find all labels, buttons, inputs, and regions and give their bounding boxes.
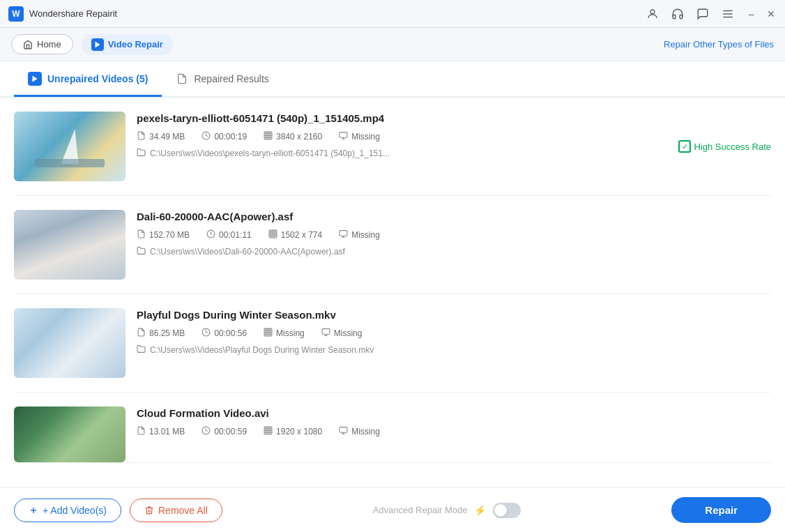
svg-rect-14 — [340, 132, 347, 137]
main-content: Unrepaired Videos (5) Repaired Results p… — [0, 61, 785, 532]
repaired-tab-icon — [176, 73, 188, 85]
add-label: + Add Video(s) — [43, 505, 107, 516]
person-icon[interactable] — [646, 7, 660, 21]
size-value: 34.49 MB — [149, 132, 185, 142]
status-value: Missing — [351, 132, 380, 142]
video-name: Dali-60-20000-AAC(Apower).asf — [137, 210, 771, 224]
file-size: 152.70 MB — [137, 229, 190, 241]
menu-icon[interactable] — [721, 7, 735, 21]
monitor-icon — [339, 131, 348, 142]
resolution-icon — [268, 229, 277, 241]
advanced-repair-section: Advanced Repair Mode ⚡ — [373, 503, 521, 518]
titlebar-right: – ✕ — [646, 7, 777, 21]
repair-other-link[interactable]: Repair Other Types of Files — [664, 39, 774, 50]
tab-bar: Unrepaired Videos (5) Repaired Results — [0, 61, 785, 98]
video-thumbnail — [14, 406, 125, 462]
duration-value: 00:00:56 — [214, 328, 247, 338]
video-thumbnail — [14, 112, 125, 181]
status: Missing — [321, 328, 363, 339]
video-item: Cloud Formation Video.avi 13.01 MB 00:00… — [14, 393, 771, 463]
bottom-bar: + Add Video(s) Remove All Advanced Repai… — [0, 487, 785, 532]
resolution: 3840 x 2160 — [264, 131, 322, 142]
path-value: C:\Users\ws\Videos\Dali-60-20000-AAC(Apo… — [150, 247, 345, 257]
resolution-value: 3840 x 2160 — [276, 132, 322, 142]
bottombar-left: + Add Video(s) Remove All — [14, 499, 222, 522]
path-value: C:\Users\ws\Videos\pexels-taryn-elliott-… — [150, 149, 390, 158]
tab-repaired-label: Repaired Results — [194, 73, 268, 84]
advanced-toggle[interactable] — [493, 503, 521, 518]
status-value: Missing — [351, 427, 380, 436]
duration-value: 00:01:11 — [219, 230, 252, 240]
svg-rect-47 — [340, 427, 347, 432]
path-value: C:\Users\ws\Videos\Playful Dogs During W… — [150, 345, 374, 355]
navbar-left: Home Video Repair — [11, 34, 173, 55]
headphone-icon[interactable] — [671, 7, 685, 21]
svg-marker-4 — [95, 41, 100, 47]
monitor-icon — [321, 328, 330, 339]
file-size: 13.01 MB — [137, 426, 185, 437]
file-icon — [137, 328, 146, 339]
tab-unrepaired[interactable]: Unrepaired Videos (5) — [14, 62, 162, 97]
success-text: High Success Rate — [694, 142, 771, 152]
file-icon — [137, 131, 146, 142]
monitor-icon — [339, 426, 348, 437]
resolution-icon — [264, 131, 273, 142]
video-name: pexels-taryn-elliott-6051471 (540p)_1_15… — [137, 112, 771, 126]
clock-icon — [201, 131, 211, 142]
video-thumbnail — [14, 210, 125, 280]
status-value: Missing — [334, 328, 363, 338]
video-info: Cloud Formation Video.avi 13.01 MB 00:00… — [137, 406, 771, 437]
folder-icon — [137, 148, 146, 159]
tab-unrepaired-label: Unrepaired Videos (5) — [47, 73, 148, 84]
clock-icon — [206, 229, 215, 241]
success-icon: ✓ — [678, 140, 691, 153]
video-thumbnail — [14, 308, 125, 378]
repair-button[interactable]: Repair — [671, 497, 771, 523]
status: Missing — [339, 131, 380, 142]
home-button[interactable]: Home — [11, 34, 73, 54]
duration: 00:00:19 — [201, 131, 247, 142]
size-value: 86.25 MB — [149, 328, 185, 338]
video-repair-icon — [91, 38, 104, 51]
app-icon: W — [8, 6, 24, 22]
navbar: Home Video Repair Repair Other Types of … — [0, 28, 785, 61]
video-list: pexels-taryn-elliott-6051471 (540p)_1_15… — [0, 98, 785, 487]
video-info: Playful Dogs During Winter Season.mkv 86… — [137, 308, 771, 356]
svg-rect-36 — [322, 328, 330, 334]
minimize-button[interactable]: – — [746, 8, 757, 20]
video-path: C:\Users\ws\Videos\pexels-taryn-elliott-… — [137, 148, 771, 159]
status-value: Missing — [351, 230, 380, 240]
advanced-label: Advanced Repair Mode — [373, 505, 468, 515]
add-video-button[interactable]: + Add Video(s) — [14, 499, 121, 522]
toggle-knob — [494, 504, 507, 517]
resolution-value: 1920 x 1080 — [276, 427, 322, 436]
close-button[interactable]: ✕ — [765, 8, 777, 20]
resolution-icon — [264, 426, 273, 437]
file-icon — [137, 426, 146, 437]
tab-repaired[interactable]: Repaired Results — [162, 62, 282, 97]
video-name: Cloud Formation Video.avi — [137, 406, 771, 420]
size-value: 152.70 MB — [149, 230, 190, 240]
video-path: C:\Users\ws\Videos\Dali-60-20000-AAC(Apo… — [137, 246, 771, 257]
monitor-icon — [339, 229, 348, 241]
duration: 00:01:11 — [206, 229, 252, 241]
video-name: Playful Dogs During Winter Season.mkv — [137, 308, 771, 322]
remove-all-button[interactable]: Remove All — [130, 499, 222, 522]
video-repair-tab[interactable]: Video Repair — [82, 34, 173, 55]
status: Missing — [339, 229, 380, 241]
duration-value: 00:00:59 — [214, 427, 247, 436]
remove-label: Remove All — [158, 505, 208, 516]
video-info: pexels-taryn-elliott-6051471 (540p)_1_15… — [137, 112, 771, 159]
success-badge: ✓ High Success Rate — [678, 140, 771, 153]
file-icon — [137, 229, 146, 241]
video-item: Dali-60-20000-AAC(Apower).asf 152.70 MB … — [14, 196, 771, 294]
video-meta: 152.70 MB 00:01:11 1502 x 774 — [137, 229, 771, 241]
clock-icon — [201, 328, 211, 339]
resolution: 1920 x 1080 — [264, 426, 322, 437]
file-size: 86.25 MB — [137, 328, 185, 339]
video-item: Playful Dogs During Winter Season.mkv 86… — [14, 294, 771, 393]
file-size: 34.49 MB — [137, 131, 185, 142]
svg-marker-5 — [33, 75, 38, 82]
chat-icon[interactable] — [696, 7, 710, 21]
resolution: 1502 x 774 — [268, 229, 322, 241]
